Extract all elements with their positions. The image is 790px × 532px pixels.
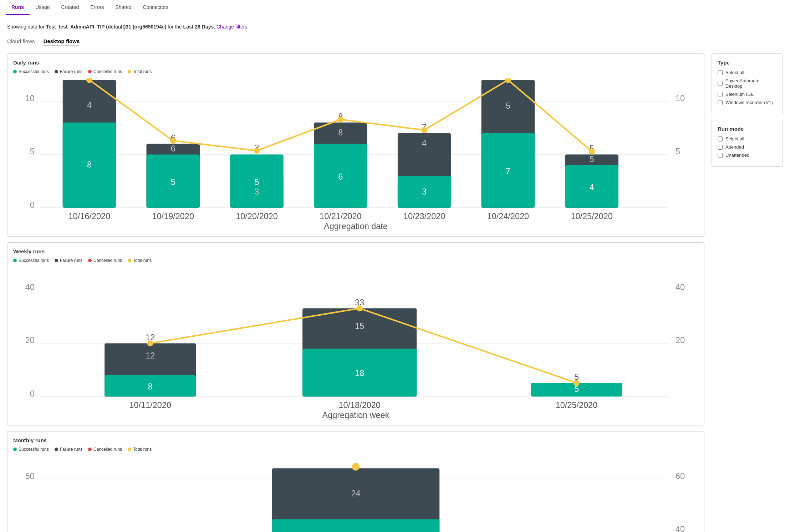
svg-text:8: 8 (87, 160, 92, 169)
svg-text:20: 20 (676, 336, 685, 345)
flow-tab-desktop-flows[interactable]: Desktop flows (44, 38, 80, 46)
svg-text:5: 5 (506, 101, 510, 110)
svg-point-82 (147, 340, 153, 346)
nav-tab-created[interactable]: Created (55, 0, 85, 15)
daily-runs-legend: Successful runs Failure runs Cancelled r… (13, 69, 698, 74)
monthly-runs-panel: Monthly runs Successful runs Failure run… (7, 431, 704, 532)
svg-text:50: 50 (25, 471, 35, 481)
type-windows-recorder[interactable]: Windows recorder (V1) (718, 100, 777, 105)
svg-text:10/25/2020: 10/25/2020 (571, 212, 612, 221)
svg-text:0: 0 (30, 200, 35, 210)
svg-text:10/21/2020: 10/21/2020 (320, 212, 361, 221)
svg-text:12: 12 (146, 351, 155, 360)
weekly-runs-legend: Successful runs Failure runs Cancelled r… (13, 258, 698, 263)
svg-text:10/20/2020: 10/20/2020 (236, 212, 277, 221)
run-mode-attended[interactable]: Attended (718, 144, 777, 150)
svg-text:5: 5 (171, 177, 175, 187)
change-filters-link[interactable]: Change filters (216, 24, 247, 30)
svg-point-53 (337, 117, 343, 123)
svg-text:6: 6 (338, 172, 343, 181)
weekly-runs-chart: 40 20 0 40 20 (13, 267, 698, 419)
monthly-runs-legend: Successful runs Failure runs Cancelled r… (13, 447, 698, 452)
type-selenium-ide-checkbox[interactable] (718, 92, 723, 97)
run-mode-filter-title: Run mode (718, 126, 777, 132)
svg-text:3: 3 (254, 187, 259, 196)
nav-tab-runs[interactable]: Runs (6, 0, 30, 15)
daily-runs-title: Daily runs (13, 60, 698, 66)
run-mode-unattended-checkbox[interactable] (718, 153, 723, 158)
daily-runs-panel: Daily runs Successful runs Failure runs … (7, 53, 704, 237)
svg-point-83 (357, 305, 363, 311)
svg-text:Aggregation date: Aggregation date (324, 222, 388, 231)
svg-text:4: 4 (590, 183, 594, 192)
run-mode-unattended[interactable]: Unattended (718, 153, 777, 158)
svg-text:Aggregation week: Aggregation week (322, 410, 389, 419)
svg-text:5: 5 (254, 177, 259, 187)
flow-tabs: Cloud flowsDesktop flows (7, 38, 783, 46)
svg-text:40: 40 (676, 525, 685, 532)
svg-text:10/19/2020: 10/19/2020 (152, 212, 194, 221)
svg-text:24: 24 (351, 489, 360, 498)
svg-text:10/24/2020: 10/24/2020 (487, 212, 529, 221)
svg-text:10/18/2020: 10/18/2020 (338, 401, 380, 410)
svg-text:10: 10 (676, 94, 685, 103)
run-mode-select-all[interactable]: Select all (718, 136, 777, 141)
daily-runs-chart: 10 5 0 10 5 (13, 78, 698, 231)
type-select-all-checkbox[interactable] (718, 70, 723, 75)
svg-text:10/25/2020: 10/25/2020 (556, 401, 597, 410)
weekly-runs-panel: Weekly runs Successful runs Failure runs… (7, 242, 704, 425)
svg-text:3: 3 (422, 187, 427, 196)
type-selenium-ide[interactable]: Selenium IDE (718, 92, 777, 97)
svg-text:5: 5 (590, 155, 594, 164)
nav-tab-errors[interactable]: Errors (85, 0, 109, 15)
svg-text:40: 40 (25, 283, 35, 292)
nav-tab-shared[interactable]: Shared (109, 0, 137, 15)
nav-tab-usage[interactable]: Usage (30, 0, 55, 15)
svg-text:10/23/2020: 10/23/2020 (403, 212, 445, 221)
svg-text:60: 60 (676, 471, 685, 481)
run-mode-select-all-checkbox[interactable] (718, 136, 723, 141)
svg-rect-93 (272, 519, 440, 532)
svg-point-52 (254, 148, 260, 154)
svg-text:20: 20 (25, 336, 35, 345)
nav-tab-connectors[interactable]: Connectors (137, 0, 174, 15)
svg-text:10: 10 (25, 94, 35, 103)
subtitle: Showing data for Test_test_AdminAPI_TIP … (7, 24, 783, 30)
svg-text:15: 15 (355, 321, 364, 331)
svg-text:4: 4 (87, 100, 92, 110)
svg-text:10/11/2020: 10/11/2020 (129, 401, 171, 410)
monthly-runs-title: Monthly runs (13, 437, 698, 443)
svg-text:10/16/2020: 10/16/2020 (68, 212, 110, 221)
svg-text:0: 0 (30, 389, 35, 398)
type-power-automate-desktop-checkbox[interactable] (718, 81, 723, 86)
svg-text:7: 7 (506, 167, 510, 176)
type-windows-recorder-checkbox[interactable] (718, 100, 723, 105)
run-mode-filter-panel: Run mode Select all Attended Unattended (712, 120, 783, 167)
nav-tabs: RunsUsageCreatedErrorsSharedConnectors (0, 0, 790, 15)
svg-text:5: 5 (676, 147, 680, 156)
svg-text:8: 8 (338, 128, 343, 137)
svg-text:40: 40 (676, 283, 685, 292)
type-filter-panel: Type Select all Power Automate Desktop S… (712, 53, 783, 114)
svg-point-56 (589, 148, 595, 154)
type-power-automate-desktop[interactable]: Power Automate Desktop (718, 78, 777, 89)
run-mode-attended-checkbox[interactable] (718, 145, 723, 150)
svg-text:5: 5 (30, 147, 35, 156)
monthly-runs-chart: 50 0 60 40 31 24 (13, 456, 698, 532)
weekly-runs-title: Weekly runs (13, 248, 698, 254)
svg-point-54 (421, 127, 427, 133)
svg-point-96 (352, 463, 360, 470)
svg-text:6: 6 (171, 144, 175, 153)
svg-point-51 (170, 138, 176, 144)
type-select-all[interactable]: Select all (718, 70, 777, 75)
svg-text:18: 18 (355, 368, 364, 378)
svg-text:4: 4 (422, 139, 427, 148)
svg-text:8: 8 (148, 382, 153, 391)
type-filter-title: Type (718, 60, 777, 66)
flow-tab-cloud-flows[interactable]: Cloud flows (7, 38, 35, 46)
svg-point-84 (574, 380, 580, 386)
